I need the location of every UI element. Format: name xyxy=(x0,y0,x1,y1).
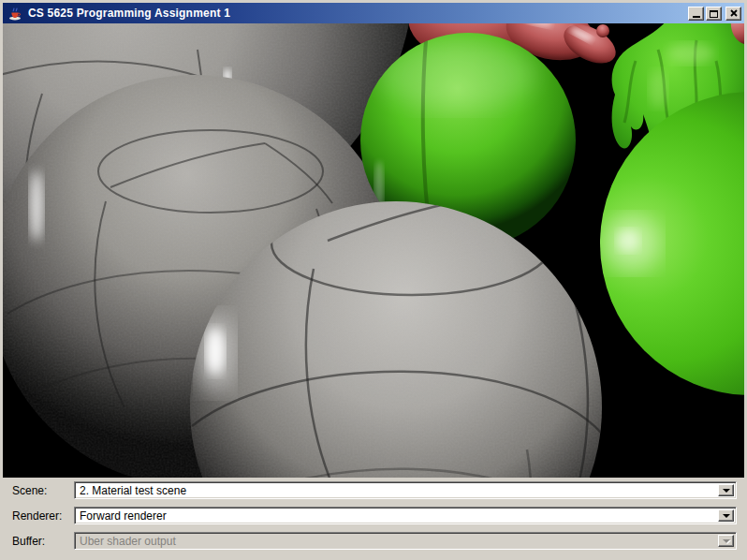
scene-combobox[interactable]: 2. Material test scene xyxy=(74,481,737,499)
chevron-down-icon xyxy=(723,539,730,543)
window-controls xyxy=(686,7,741,21)
render-scene xyxy=(3,23,744,478)
scene-row: Scene: 2. Material test scene xyxy=(12,481,737,499)
chevron-down-icon xyxy=(723,489,730,493)
buffer-combobox-value: Uber shader output xyxy=(75,534,718,549)
chevron-down-icon xyxy=(723,514,730,518)
close-icon xyxy=(730,9,738,17)
buffer-combobox-arrow-button xyxy=(718,535,734,547)
renderer-row: Renderer: Forward renderer xyxy=(12,507,737,524)
scene-combobox-value: 2. Material test scene xyxy=(75,483,718,498)
buffer-row: Buffer: Uber shader output xyxy=(12,532,737,550)
window-title: CS 5625 Programming Assignment 1 xyxy=(28,7,686,20)
app-window: CS 5625 Programming Assignment 1 xyxy=(0,0,747,560)
java-coffee-icon xyxy=(7,6,22,21)
minimize-icon xyxy=(693,16,700,18)
scene-combobox-arrow-button[interactable] xyxy=(718,484,734,496)
renderer-combobox-arrow-button[interactable] xyxy=(718,509,734,522)
maximize-icon xyxy=(710,10,718,18)
renderer-label: Renderer: xyxy=(12,509,74,523)
buffer-label: Buffer: xyxy=(12,535,74,548)
minimize-button[interactable] xyxy=(688,7,704,21)
renderer-combobox[interactable]: Forward renderer xyxy=(74,507,737,524)
control-panel: Scene: 2. Material test scene Renderer: … xyxy=(3,478,744,557)
title-bar[interactable]: CS 5625 Programming Assignment 1 xyxy=(3,3,744,23)
close-button[interactable] xyxy=(725,7,741,21)
buffer-combobox: Uber shader output xyxy=(74,532,737,550)
renderer-combobox-value: Forward renderer xyxy=(75,508,718,523)
scene-label: Scene: xyxy=(12,484,74,497)
render-viewport[interactable] xyxy=(3,23,744,478)
maximize-button[interactable] xyxy=(706,7,722,21)
